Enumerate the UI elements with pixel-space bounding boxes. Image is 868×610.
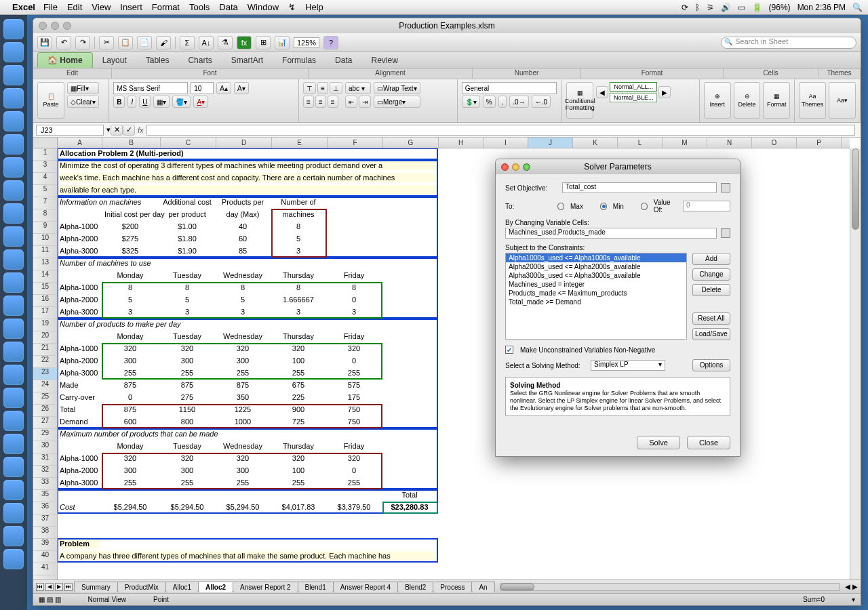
row-header-40[interactable]: 40 [33, 551, 57, 563]
solver-objective-input[interactable]: Total_cost [562, 182, 717, 193]
decrease-decimal-icon[interactable]: ←.0 [532, 96, 551, 108]
row-header-22[interactable]: 22 [33, 356, 57, 368]
filter-icon[interactable]: ⚗ [218, 36, 233, 49]
tab-last-icon[interactable]: ⏭ [64, 583, 73, 591]
col-header-F[interactable]: F [328, 138, 383, 148]
minimize-icon[interactable] [51, 22, 59, 30]
tab-review[interactable]: Review [361, 53, 407, 68]
solver-change-button[interactable]: Change [692, 268, 730, 281]
align-left-icon[interactable]: ≡ [303, 96, 314, 108]
col-header-M[interactable]: M [663, 138, 707, 148]
format-cells-button[interactable]: ▦Format [763, 82, 790, 119]
row-headers[interactable]: 1345789101113141516171920212223242526272… [33, 148, 58, 580]
align-top-icon[interactable]: ⊤ [303, 82, 316, 94]
row-header-19[interactable]: 19 [33, 319, 57, 331]
tab-layout[interactable]: Layout [93, 53, 136, 68]
sheet-tab-alloc2[interactable]: Alloc2 [198, 582, 233, 592]
align-middle-icon[interactable]: ≡ [317, 82, 328, 94]
range-picker-icon[interactable] [721, 228, 730, 238]
align-center-icon[interactable]: ≡ [315, 96, 326, 108]
row-header-24[interactable]: 24 [33, 380, 57, 392]
dock-item[interactable] [3, 480, 24, 500]
horizontal-scrollbar[interactable] [500, 583, 840, 591]
enter-formula-icon[interactable]: ✓ [123, 125, 135, 136]
paste-icon[interactable]: 📄 [137, 36, 152, 49]
align-right-icon[interactable]: ≡ [328, 96, 338, 108]
solver-valueof-radio[interactable] [641, 203, 648, 210]
tab-first-icon[interactable]: ⏮ [36, 583, 44, 591]
solver-zoom-icon[interactable] [523, 163, 530, 171]
row-header-4[interactable]: 4 [33, 173, 57, 185]
close-icon[interactable] [39, 22, 47, 30]
solver-delete-button[interactable]: Delete [692, 284, 730, 296]
wrap-text-button[interactable]: ▭ Wrap Text ▾ [374, 82, 420, 94]
fx-label-icon[interactable]: fx [138, 126, 144, 134]
dock-item[interactable] [3, 249, 24, 270]
hscroll-thumb[interactable] [500, 584, 534, 590]
menu-file[interactable]: File [43, 2, 58, 12]
zoom-icon[interactable] [63, 22, 71, 30]
spotlight-icon[interactable]: 🔍 [852, 3, 863, 12]
tab-smartart[interactable]: SmartArt [222, 53, 273, 68]
tab-next-icon[interactable]: ▶ [55, 583, 63, 591]
col-header-I[interactable]: I [484, 138, 528, 148]
decrease-indent-icon[interactable]: ⇤ [345, 96, 357, 108]
app-name[interactable]: Excel [12, 2, 35, 12]
menu-data[interactable]: Data [219, 2, 237, 12]
save-icon[interactable]: 💾 [37, 36, 52, 49]
constraint-item[interactable]: Alpha2000s_used <= Alpha2000s_available [506, 262, 686, 271]
dock-item[interactable] [3, 88, 24, 108]
chart-icon[interactable]: 📊 [275, 36, 290, 49]
constraint-item[interactable]: Alpha3000s_used <= Alpha3000s_available [506, 271, 686, 280]
shrink-font-icon[interactable]: A▾ [234, 82, 249, 94]
dock-item[interactable] [3, 226, 24, 247]
col-header-H[interactable]: H [439, 138, 484, 148]
menu-insert[interactable]: Insert [120, 2, 142, 12]
dock-item[interactable] [3, 434, 24, 454]
dock-item[interactable] [3, 365, 24, 385]
row-header-15[interactable]: 15 [33, 283, 57, 295]
row-header-25[interactable]: 25 [33, 392, 57, 405]
underline-icon[interactable]: U [139, 96, 151, 108]
redo-icon[interactable]: ↷ [75, 36, 90, 49]
select-all-corner[interactable] [33, 138, 58, 148]
row-header-8[interactable]: 8 [33, 209, 57, 222]
sync-icon[interactable]: ⟳ [682, 3, 688, 12]
orientation-button[interactable]: abc ▾ [345, 82, 371, 94]
italic-icon[interactable]: I [127, 96, 136, 108]
fill-button[interactable]: ▦ Fill ▾ [67, 82, 99, 94]
solver-options-button[interactable]: Options [692, 359, 730, 371]
constraint-item[interactable]: Products_made <= Maximum_products [506, 289, 686, 298]
dock-item[interactable] [3, 134, 24, 155]
row-header-7[interactable]: 7 [33, 197, 57, 209]
dock-item[interactable] [3, 549, 24, 569]
col-header-B[interactable]: B [102, 138, 161, 148]
fill-color-icon[interactable]: 🪣▾ [172, 96, 191, 108]
row-header-1[interactable]: 1 [33, 148, 57, 161]
tab-formulas[interactable]: Formulas [273, 53, 326, 68]
solver-valueof-input[interactable]: 0 [683, 201, 730, 211]
sheet-tab-an[interactable]: An [471, 582, 494, 592]
col-header-E[interactable]: E [272, 138, 328, 148]
col-header-P[interactable]: P [797, 138, 842, 148]
border-icon[interactable]: ▦▾ [153, 96, 170, 108]
dock-item[interactable] [3, 457, 24, 477]
row-header-30[interactable]: 30 [33, 441, 57, 453]
clock[interactable]: Mon 2:36 PM [797, 3, 846, 12]
solver-nonneg-checkbox[interactable]: ✔ [505, 346, 513, 354]
menu-tools[interactable]: Tools [189, 2, 210, 12]
insert-cells-button[interactable]: ⊕Insert [704, 82, 731, 119]
sheet-tab-productmix[interactable]: ProductMix [117, 582, 166, 592]
sheet-tab-answer report 2[interactable]: Answer Report 2 [233, 582, 298, 592]
view-buttons[interactable]: ▦ ▤ ▥ [39, 596, 61, 603]
grow-font-icon[interactable]: A▴ [216, 82, 231, 94]
constraint-item[interactable]: Machines_used = integer [506, 280, 686, 289]
row-header-31[interactable]: 31 [33, 453, 57, 466]
solver-close-button[interactable]: Close [687, 436, 730, 449]
font-name-select[interactable]: MS Sans Serif [113, 82, 188, 94]
sheet-tab-process[interactable]: Process [433, 582, 472, 592]
solver-dialog[interactable]: Solver Parameters Set Objective: Total_c… [495, 159, 741, 457]
row-header-13[interactable]: 13 [33, 258, 57, 270]
row-header-11[interactable]: 11 [33, 246, 57, 258]
col-header-N[interactable]: N [707, 138, 752, 148]
